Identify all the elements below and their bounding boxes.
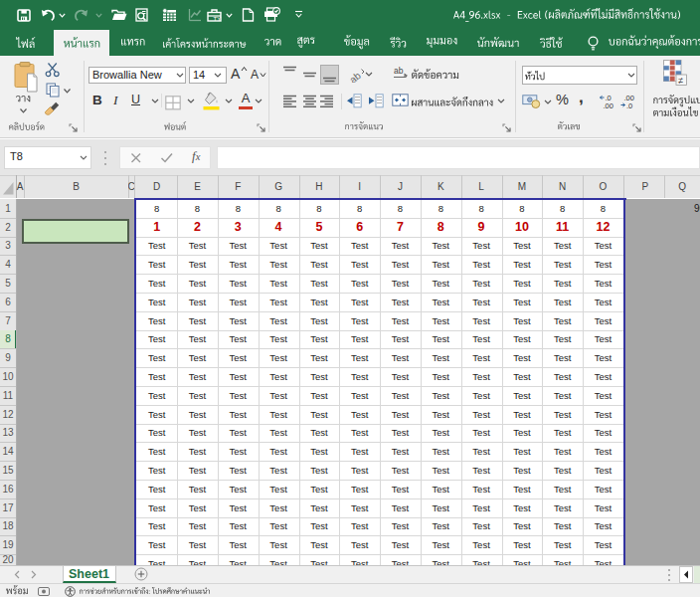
svg-text:ab: ab [394, 66, 404, 76]
svg-text:TY: TY [214, 16, 222, 22]
svg-text:.00: .00 [604, 101, 613, 109]
svg-text:ab: ab [349, 70, 363, 83]
svg-text:.0: .0 [626, 101, 632, 109]
svg-text:≠: ≠ [678, 76, 683, 86]
